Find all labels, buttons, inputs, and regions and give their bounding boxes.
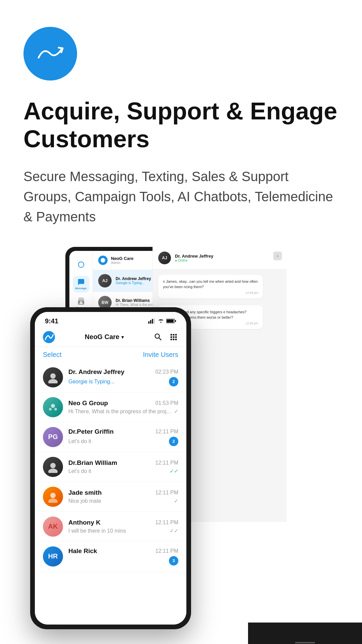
phone-chat-info-2: Neo G Group 01:53 PM Hi There, What is t… xyxy=(68,399,178,415)
phone-chat-time-7: 12:11 PM xyxy=(156,548,178,554)
phone-chat-info-7: Hale Rick 12:11 PM 3 xyxy=(68,547,178,566)
phone-chat-bottom-1: Georgie is Typing... 2 xyxy=(68,377,178,386)
phone-chat-preview-5: Nice job mate xyxy=(68,498,174,504)
tablet-avatar-1: AJ xyxy=(98,274,112,287)
phone-chat-item-7[interactable]: HR Hale Rick 12:11 PM 3 xyxy=(35,542,186,572)
svg-rect-6 xyxy=(175,320,176,322)
phone-avatar-1 xyxy=(43,367,63,387)
phone-chat-preview-4: Let's do it xyxy=(68,468,170,474)
svg-rect-5 xyxy=(167,320,174,323)
phone-select-row: Select Invite Users xyxy=(35,347,186,363)
sidebar-message-icon[interactable]: Message xyxy=(73,276,89,292)
phone-chat-top-6: Anthony K 12:11 PM xyxy=(68,519,178,526)
phone-chat-top-4: Dr.Brian William 12:11 PM xyxy=(68,459,178,467)
hero-section: Acquire, Support & Engage Customers Secu… xyxy=(0,0,362,227)
phone-chat-item-5[interactable]: Jade smith 12:11 PM Nice job mate ✓ xyxy=(35,482,186,512)
svg-rect-2 xyxy=(152,319,153,324)
svg-point-8 xyxy=(50,373,56,379)
phone-chat-name-2: Neo G Group xyxy=(68,399,108,407)
phone-chat-info-3: Dr.Peter Griffin 12:11 PM Let's do it 2 xyxy=(68,428,178,446)
phone-avatar-6: AK xyxy=(43,517,63,537)
phone-chat-info-1: Dr. Andrew Jeffrey 02:23 PM Georgie is T… xyxy=(68,368,178,386)
phone-chat-time-1: 02:23 PM xyxy=(156,369,178,375)
phone-chat-list: Dr. Andrew Jeffrey 02:23 PM Georgie is T… xyxy=(35,363,186,625)
svg-point-16 xyxy=(48,498,58,503)
phone-chat-bottom-3: Let's do it 2 xyxy=(68,437,178,446)
phone-header-actions xyxy=(154,332,178,342)
svg-rect-1 xyxy=(150,320,152,324)
tablet-message-1: n James, okay...can you tell me when art… xyxy=(158,275,263,299)
phone-chat-preview-2: Hi There, What is the progress of the pr… xyxy=(68,409,174,415)
svg-rect-3 xyxy=(154,318,155,324)
phone-chat-item-4[interactable]: Dr.Brian William 12:11 PM Let's do it ✓✓ xyxy=(35,452,186,482)
phone-chat-item-3[interactable]: PG Dr.Peter Griffin 12:11 PM Let's do it… xyxy=(35,422,186,452)
phone-chat-item-1[interactable]: Dr. Andrew Jeffrey 02:23 PM Georgie is T… xyxy=(35,363,186,392)
phone-doublecheck-6: ✓✓ xyxy=(170,528,178,534)
phone-header-title: NeoG Care ▾ xyxy=(85,333,124,341)
invite-users-button[interactable]: Invite Users xyxy=(143,351,178,359)
svg-point-12 xyxy=(54,408,57,411)
phone-chat-preview-3: Let's do it xyxy=(68,438,169,444)
tablet-panel-fab: 1 xyxy=(273,252,282,260)
svg-point-11 xyxy=(49,408,52,411)
phone-chat-name-7: Hale Rick xyxy=(68,547,97,555)
sidebar-logo-icon xyxy=(73,256,89,273)
phone-chat-preview-1: Georgie is Typing... xyxy=(68,379,169,385)
phone-chat-top-1: Dr. Andrew Jeffrey 02:23 PM xyxy=(68,368,178,376)
phone-chat-bottom-7: 3 xyxy=(68,556,178,566)
hero-title: Acquire, Support & Engage Customers xyxy=(23,97,339,153)
phone-chat-time-4: 12:11 PM xyxy=(156,460,178,466)
phone-badge-3: 2 xyxy=(169,437,178,446)
phone-grid-icon[interactable] xyxy=(169,332,178,342)
phone-chat-name-3: Dr.Peter Griffin xyxy=(68,428,114,435)
phone-avatar-5 xyxy=(43,487,63,507)
svg-point-10 xyxy=(51,404,55,408)
phone-chat-bottom-5: Nice job mate ✓ xyxy=(68,498,178,504)
phone-chat-top-7: Hale Rick 12:11 PM xyxy=(68,547,178,555)
phone-avatar-7: HR xyxy=(43,546,63,567)
wifi-icon xyxy=(158,318,164,324)
phone-chat-bottom-4: Let's do it ✓✓ xyxy=(68,468,178,474)
phone-chat-bottom-6: I will be there in 10 mins ✓✓ xyxy=(68,528,178,534)
status-bar: 9:41 xyxy=(35,312,186,328)
tablet-msg-text-1: n James, okay...can you tell me when art… xyxy=(163,279,258,290)
phone-chat-time-6: 12:11 PM xyxy=(156,520,178,526)
svg-point-13 xyxy=(50,463,56,468)
tablet-chat-panel-avatar: AJ xyxy=(158,252,171,264)
svg-point-14 xyxy=(48,469,58,473)
phone-badge-1: 2 xyxy=(169,377,178,386)
phone-chat-name-1: Dr. Andrew Jeffrey xyxy=(68,368,124,376)
phone-header-chevron-icon: ▾ xyxy=(121,334,124,340)
phone-chat-top-5: Jade smith 12:11 PM xyxy=(68,489,178,496)
phone-chat-time-3: 12:11 PM xyxy=(156,429,178,435)
phone-search-icon[interactable] xyxy=(154,332,163,342)
svg-rect-0 xyxy=(148,321,149,324)
tablet-msg-time-1: 12:59 pm xyxy=(163,291,258,294)
phone-screen: 9:41 xyxy=(35,312,186,625)
phone-avatar-4 xyxy=(43,457,63,477)
hero-subtitle: Secure Messaging, Texting, Sales & Suppo… xyxy=(23,166,339,227)
phone-chat-info-6: Anthony K 12:11 PM I will be there in 10… xyxy=(68,519,178,534)
tablet-bottom-panel xyxy=(248,623,362,644)
phone-check-5: ✓ xyxy=(174,498,178,504)
phone-chat-info-5: Jade smith 12:11 PM Nice job mate ✓ xyxy=(68,489,178,504)
phone-chat-item-2[interactable]: Neo G Group 01:53 PM Hi There, What is t… xyxy=(35,392,186,422)
app-logo xyxy=(23,27,77,80)
phone-chat-preview-6: I will be there in 10 mins xyxy=(68,528,170,534)
phone-app-header: NeoG Care ▾ xyxy=(35,328,186,347)
tablet-header-logo xyxy=(98,256,108,265)
phone-mockup: 9:41 xyxy=(30,307,191,629)
phone-chat-info-4: Dr.Brian William 12:11 PM Let's do it ✓✓ xyxy=(68,459,178,474)
select-button[interactable]: Select xyxy=(43,351,62,359)
phone-app-logo xyxy=(43,331,55,343)
phone-chat-name-4: Dr.Brian William xyxy=(68,459,117,467)
svg-point-15 xyxy=(50,493,56,498)
status-time: 9:41 xyxy=(45,317,58,325)
phone-chat-name-6: Anthony K xyxy=(68,519,101,526)
phone-chat-time-5: 12:11 PM xyxy=(156,490,178,496)
phone-chat-item-6[interactable]: AK Anthony K 12:11 PM I will be there in… xyxy=(35,512,186,542)
tablet-slider-indicator xyxy=(295,642,315,643)
tablet-chat-panel-name: Dr. Andrew Jeffrey xyxy=(175,254,281,259)
phone-avatar-2 xyxy=(43,397,63,417)
phone-chat-top-2: Neo G Group 01:53 PM xyxy=(68,399,178,407)
